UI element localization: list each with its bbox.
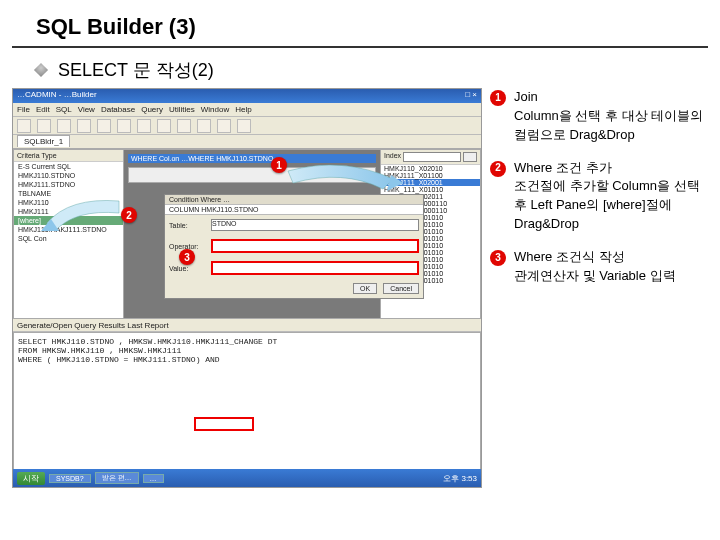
menu-item[interactable]: View xyxy=(78,105,95,114)
menu-item[interactable]: Help xyxy=(235,105,251,114)
ok-button[interactable]: OK xyxy=(353,283,377,294)
callout-marker-1: 1 xyxy=(271,157,287,173)
app-title-text: …CADMIN - …Builder xyxy=(17,90,97,102)
menu-item[interactable]: Query xyxy=(141,105,163,114)
tree-node[interactable]: TBLNAME xyxy=(14,189,123,198)
toolbar[interactable] xyxy=(13,117,481,135)
doc-tab[interactable]: SQLBldr_1 xyxy=(17,135,70,147)
note-badge: 3 xyxy=(490,250,506,266)
toolbar-icon[interactable] xyxy=(197,119,211,133)
tree-node[interactable]: HMKJ110.STDNO xyxy=(14,171,123,180)
window-controls[interactable]: □ × xyxy=(465,90,477,102)
tree-node-where[interactable]: [where] xyxy=(14,216,123,225)
toolbar-icon[interactable] xyxy=(157,119,171,133)
tree-node[interactable]: HMKJ110.HAKJ111.STDNO xyxy=(14,225,123,234)
column-list-item[interactable]: HMKJ111_X02001 xyxy=(381,179,480,186)
callout-marker-3: 3 xyxy=(179,249,195,265)
sql-line: FROM HMKSW.HMKJ110 , HMKSW.HMKJ111 xyxy=(18,346,476,355)
tree-node[interactable]: E-S Current SQL xyxy=(14,162,123,171)
note-item: 3 Where 조건식 작성관계연산자 및 Variable 입력 xyxy=(490,248,708,286)
taskbar-item[interactable]: 받은 편… xyxy=(95,472,139,484)
notes-column: 1 JoinColumn을 선택 후 대상 테이블의 컬럼으로 Drag&Dro… xyxy=(490,88,708,488)
toolbar-icon[interactable] xyxy=(97,119,111,133)
menu-item[interactable]: Utilities xyxy=(169,105,195,114)
toolbar-icon[interactable] xyxy=(37,119,51,133)
condition-panel-subtitle: COLUMN HMKJ110.STDNO xyxy=(165,205,423,215)
condition-panel-title: Condition Where … xyxy=(165,195,423,205)
toolbar-icon[interactable] xyxy=(137,119,151,133)
subtitle-text: SELECT 문 작성(2) xyxy=(58,58,214,82)
menubar[interactable]: File Edit SQL View Database Query Utilit… xyxy=(13,103,481,117)
sql-editor[interactable]: SELECT HMKJ110.STDNO , HMKSW.HMKJ110.HMK… xyxy=(13,332,481,473)
diagram-title: WHERE Col.on …WHERE HMKJ110.STDNO xyxy=(128,154,376,163)
taskbar-clock: 오후 3:53 xyxy=(443,473,477,484)
menu-item[interactable]: SQL xyxy=(56,105,72,114)
cancel-button[interactable]: Cancel xyxy=(383,283,419,294)
index-combo[interactable] xyxy=(403,152,461,162)
note-text: JoinColumn을 선택 후 대상 테이블의 컬럼으로 Drag&Drop xyxy=(514,88,708,145)
column-list-item[interactable]: HMKJ110_X02010 xyxy=(381,165,480,172)
sql-line: SELECT HMKJ110.STDNO , HMKSW.HMKJ110.HMK… xyxy=(18,337,476,346)
taskbar: 시작 SYSDB? 받은 편… … 오후 3:53 xyxy=(13,469,481,487)
note-text: Where 조건 추가조건절에 추가할 Column을 선택후 Left Pan… xyxy=(514,159,708,234)
subtitle-row: SELECT 문 작성(2) xyxy=(0,48,720,88)
taskbar-item[interactable]: SYSDB? xyxy=(49,474,91,483)
menu-item[interactable]: Database xyxy=(101,105,135,114)
toolbar-icon[interactable] xyxy=(17,119,31,133)
highlight-box xyxy=(194,417,254,431)
column-list-item[interactable]: HMK_111_X01010 xyxy=(381,186,480,193)
column-list-header: Index xyxy=(381,150,480,165)
taskbar-item[interactable]: … xyxy=(143,474,164,483)
note-badge: 2 xyxy=(490,161,506,177)
tree-node[interactable]: HMKJ111.STDNO xyxy=(14,180,123,189)
sql-toolbar-text: Generate/Open Query Results Last Report xyxy=(17,321,169,330)
screenshot-column: …CADMIN - …Builder □ × File Edit SQL Vie… xyxy=(12,88,482,488)
note-badge: 1 xyxy=(490,90,506,106)
slide-title: SQL Builder (3) xyxy=(12,0,708,48)
where-bar[interactable] xyxy=(128,167,376,183)
start-button[interactable]: 시작 xyxy=(17,472,45,485)
go-button[interactable] xyxy=(463,152,477,162)
bullet-icon xyxy=(34,63,48,77)
column-list-item[interactable]: HMKJ111_X01100 xyxy=(381,172,480,179)
note-item: 2 Where 조건 추가조건절에 추가할 Column을 선택후 Left P… xyxy=(490,159,708,234)
tree-node[interactable]: HMKJ110 xyxy=(14,198,123,207)
diagram-pane[interactable]: WHERE Col.on …WHERE HMKJ110.STDNO Condit… xyxy=(123,149,381,319)
menu-item[interactable]: Window xyxy=(201,105,229,114)
cond-field-value[interactable] xyxy=(211,261,419,275)
criteria-header: Criteria Type xyxy=(14,150,123,162)
cond-label-value: Value: xyxy=(169,265,207,272)
toolbar-icon[interactable] xyxy=(217,119,231,133)
toolbar-icon[interactable] xyxy=(237,119,251,133)
toolbar-icon[interactable] xyxy=(177,119,191,133)
doc-tabstrip[interactable]: SQLBldr_1 xyxy=(13,135,481,149)
toolbar-icon[interactable] xyxy=(77,119,91,133)
cond-label-table: Table: xyxy=(169,222,207,229)
note-text: Where 조건식 작성관계연산자 및 Variable 입력 xyxy=(514,248,708,286)
cond-field-operator[interactable] xyxy=(211,239,419,253)
app-screenshot: …CADMIN - …Builder □ × File Edit SQL Vie… xyxy=(12,88,482,488)
sql-line: WHERE ( HMKJ110.STDNO = HMKJ111.STDNO) A… xyxy=(18,355,476,364)
menu-item[interactable]: File xyxy=(17,105,30,114)
tree-node[interactable]: HMKJ111 xyxy=(14,207,123,216)
sql-toolbar: Generate/Open Query Results Last Report xyxy=(13,319,481,332)
criteria-tree-pane[interactable]: Criteria Type E-S Current SQL HMKJ110.ST… xyxy=(13,149,123,319)
app-titlebar: …CADMIN - …Builder □ × xyxy=(13,89,481,103)
callout-marker-2: 2 xyxy=(121,207,137,223)
combo-label: Index xyxy=(384,152,401,162)
menu-item[interactable]: Edit xyxy=(36,105,50,114)
note-item: 1 JoinColumn을 선택 후 대상 테이블의 컬럼으로 Drag&Dro… xyxy=(490,88,708,145)
cond-field-table[interactable]: STDNO xyxy=(211,219,419,231)
tree-node[interactable]: SQL Con xyxy=(14,234,123,243)
toolbar-icon[interactable] xyxy=(57,119,71,133)
toolbar-icon[interactable] xyxy=(117,119,131,133)
condition-panel: Condition Where … COLUMN HMKJ110.STDNO T… xyxy=(164,194,424,299)
